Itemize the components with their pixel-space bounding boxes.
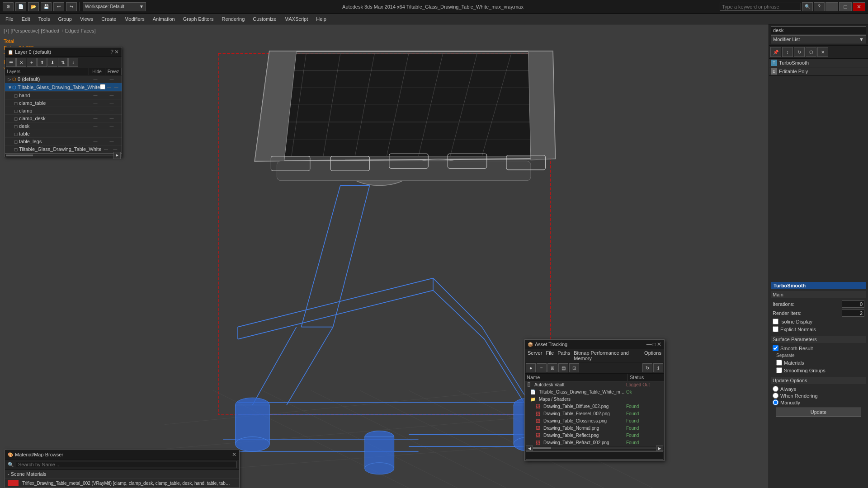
asset-menu-paths[interactable]: Paths <box>557 350 570 361</box>
layers-scrollbar[interactable]: ▶ <box>5 153 122 157</box>
menu-tools[interactable]: Tools <box>35 14 54 24</box>
layer-item-tiltable[interactable]: ▼ ⬡ Tiltable_Glass_Drawing_Table_White —… <box>5 83 122 92</box>
menu-help[interactable]: Help <box>312 14 330 24</box>
open-btn[interactable]: 📂 <box>28 2 39 11</box>
menu-maxscript[interactable]: MAXScript <box>281 14 311 24</box>
asset-tb-4[interactable]: ▤ <box>558 363 568 372</box>
material-scene-section[interactable]: - Scene Materials <box>5 470 239 479</box>
layer-freeze-table[interactable]: — <box>104 131 120 136</box>
layers-scroll-right[interactable]: ▶ <box>113 152 121 159</box>
menu-modifiers[interactable]: Modifiers <box>121 14 148 24</box>
layers-help-btn[interactable]: ? <box>110 49 113 55</box>
material-close-btn[interactable]: ✕ <box>232 451 236 458</box>
layer-freeze-clamp[interactable]: — <box>104 108 120 113</box>
asset-row-vault[interactable]: 🗄 Autodesk Vault Logged Out <box>525 381 664 389</box>
asset-scroll-left[interactable]: ◀ <box>526 446 533 451</box>
asset-path-input[interactable] <box>526 451 663 460</box>
save-btn[interactable]: 💾 <box>41 2 52 11</box>
layer-freeze-clamp-table[interactable]: — <box>104 101 120 105</box>
layer-expand-default[interactable]: ▷ <box>8 77 12 82</box>
layer-hide-clamp[interactable]: — <box>87 108 104 113</box>
menu-graph-editors[interactable]: Graph Editors <box>179 14 217 24</box>
menu-edit[interactable]: Edit <box>18 14 34 24</box>
layer-hide-table[interactable]: — <box>87 131 104 136</box>
viewport[interactable]: [+] [Perspective] [Shaded + Edged Faces]… <box>0 24 769 488</box>
asset-menu-server[interactable]: Server <box>528 350 542 361</box>
modifier-turbosmooth[interactable]: T TurboSmooth <box>769 59 868 67</box>
update-options-header[interactable]: Update Options <box>771 377 866 384</box>
main-section-header[interactable]: Main <box>771 291 866 298</box>
undo-btn[interactable]: ↩ <box>53 2 64 11</box>
surface-params-header[interactable]: Surface Parameters <box>771 336 866 343</box>
mod-icon-rotate[interactable]: ↻ <box>794 47 805 57</box>
asset-scroll-thumb[interactable] <box>533 447 551 449</box>
layers-tb-dn[interactable]: ⬇ <box>47 58 57 67</box>
asset-tb-5[interactable]: ⊡ <box>569 363 579 372</box>
layer-item-desk[interactable]: ◻ desk — — <box>5 122 122 130</box>
layers-tb-delete[interactable]: ✕ <box>16 58 26 67</box>
asset-row-file[interactable]: 📄 Tiltable_Glass_Drawing_Table_White_max… <box>525 389 664 396</box>
explicit-normals-checkbox[interactable] <box>773 326 778 332</box>
layer-expand-tiltable[interactable]: ▼ <box>8 85 12 90</box>
layer-freeze-tiltable2[interactable]: — <box>111 147 120 151</box>
asset-menu-options[interactable]: Options <box>644 350 661 361</box>
asset-min-btn[interactable]: — <box>646 341 652 347</box>
layer-hide-table-legs[interactable]: — <box>87 139 104 144</box>
asset-tb-1[interactable]: ● <box>526 363 536 372</box>
layer-freeze-clamp-desk[interactable]: — <box>104 116 120 121</box>
asset-menu-bitmap[interactable]: Bitmap Performance and Memory <box>574 350 641 361</box>
update-button[interactable]: Update <box>776 408 862 417</box>
layer-vis-tiltable[interactable] <box>100 84 105 89</box>
menu-file[interactable]: File <box>2 14 17 24</box>
layers-tb-sort[interactable]: ⇅ <box>58 58 68 67</box>
asset-menu-file[interactable]: File <box>546 350 554 361</box>
layers-tb-add[interactable]: + <box>27 58 37 67</box>
iterations-input[interactable] <box>842 300 864 308</box>
layer-freeze-hand[interactable]: — <box>104 93 120 98</box>
menu-rendering[interactable]: Rendering <box>218 14 249 24</box>
layer-item-clamp-table[interactable]: ◻ clamp_table — — <box>5 99 122 107</box>
when-rendering-radio[interactable] <box>773 393 778 399</box>
layer-freeze-tiltable[interactable]: — <box>113 85 120 89</box>
modifier-search-input[interactable] <box>771 26 866 34</box>
asset-tb-2[interactable]: ≡ <box>537 363 547 372</box>
layer-hide-clamp-desk[interactable]: — <box>87 116 104 121</box>
material-search-input[interactable] <box>16 461 236 468</box>
layer-item-tiltable2[interactable]: ◻ Tiltable_Glass_Drawing_Table_White — — <box>5 145 122 153</box>
asset-row-refract[interactable]: 🖼 Drawing_Table_Refract_002.png Found <box>525 439 664 446</box>
mod-icon-move[interactable]: ↕ <box>782 47 793 57</box>
layer-hide-hand[interactable]: — <box>87 93 104 98</box>
asset-close-btn[interactable]: ✕ <box>657 341 661 347</box>
smoothing-groups-checkbox[interactable] <box>776 367 782 373</box>
modifier-list-bar[interactable]: Modifier List ▼ <box>771 35 866 43</box>
materials-checkbox[interactable] <box>776 360 782 366</box>
menu-animation[interactable]: Animation <box>149 14 179 24</box>
layer-item-default[interactable]: ▷ ⬡ 0 (default) — — <box>5 75 122 83</box>
menu-views[interactable]: Views <box>76 14 97 24</box>
mod-icon-scale[interactable]: ⬡ <box>806 47 816 57</box>
search-input[interactable] <box>720 3 801 11</box>
layer-hide-default[interactable]: — <box>87 77 104 81</box>
menu-customize[interactable]: Customize <box>249 14 280 24</box>
layers-scroll-thumb[interactable] <box>6 155 33 156</box>
asset-row-normal[interactable]: 🖼 Drawing_Table_Normal.png Found <box>525 425 664 432</box>
asset-scrollbar[interactable]: ◀ ▶ <box>525 446 664 450</box>
layers-tb-list[interactable]: ☰ <box>6 58 16 67</box>
layers-tb-up[interactable]: ⬆ <box>37 58 47 67</box>
menu-create[interactable]: Create <box>98 14 120 24</box>
layer-hide-clamp-table[interactable]: — <box>87 101 104 105</box>
asset-tb-3[interactable]: ⊞ <box>547 363 557 372</box>
close-btn[interactable]: ✕ <box>853 2 865 11</box>
manually-radio[interactable] <box>773 399 778 405</box>
asset-scroll-right[interactable]: ▶ <box>656 446 663 451</box>
asset-tb-refresh[interactable]: ↻ <box>642 363 652 372</box>
mod-icon-delete[interactable]: ✕ <box>817 47 828 57</box>
layer-item-table-legs[interactable]: ◻ table_legs — — <box>5 138 122 145</box>
mod-icon-pin[interactable]: 📌 <box>770 47 781 57</box>
asset-row-reflect[interactable]: 🖼 Drawing_Table_Reflect.png Found <box>525 432 664 439</box>
asset-max-btn[interactable]: □ <box>653 341 656 347</box>
layer-freeze-desk[interactable]: — <box>104 124 120 128</box>
layer-hide-tiltable2[interactable]: — <box>101 147 110 151</box>
search-btn[interactable]: 🔍 <box>802 2 813 11</box>
layer-item-clamp-desk[interactable]: ◻ clamp_desk — — <box>5 115 122 122</box>
